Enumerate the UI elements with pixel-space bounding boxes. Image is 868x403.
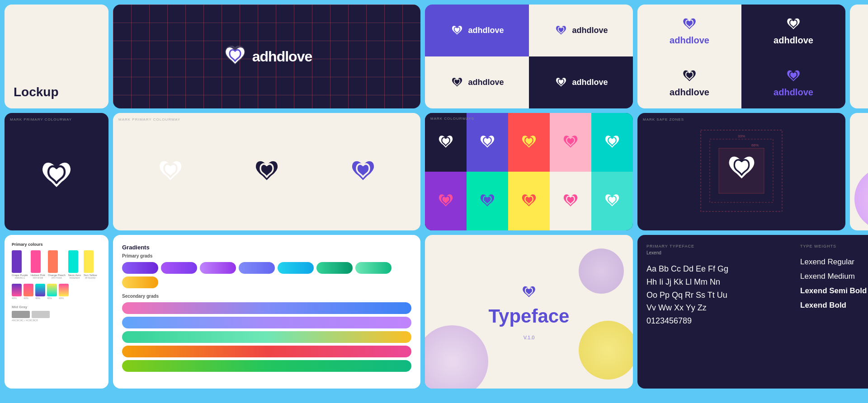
mark-primary-label: Mark Primary colourway — [10, 117, 72, 122]
weight-bold: Lexend Bold — [800, 301, 868, 310]
sec-grad-1 — [122, 302, 411, 314]
typeface-version: V.1.0 — [489, 335, 570, 340]
primary-grad-pills — [122, 262, 411, 288]
logo-mark-purple2 — [784, 67, 802, 85]
card-typeface-display: Typeface V.1.0 — [425, 235, 633, 389]
typeface-right-col: Type weights Lexend Regular Lexend Mediu… — [800, 244, 868, 380]
color-bar-col3: 40% — [35, 284, 45, 300]
typeface-blob-yellow — [579, 321, 633, 380]
color-bar3 — [35, 284, 45, 296]
mark-dark — [436, 132, 456, 152]
swatch-teal: Neon Aero #00E5D4 — [68, 250, 81, 279]
lockup-title: Lockup — [14, 85, 59, 99]
card-logo-variants: adhdlove adhdlove adhdlove ad — [637, 5, 845, 108]
gray-hex: #9C9C9C / #C8C8C8 — [12, 319, 101, 322]
typeface-content: Typeface V.1.0 — [489, 283, 570, 340]
card-colors-list: Primary colours Grape Purple #6B35C1 Hot… — [5, 235, 108, 389]
primary-typeface-name: Lexend — [646, 250, 791, 255]
card-typeface-detail: Primary typeface Lexend Aa Bb Cc Dd Ee F… — [637, 235, 868, 389]
logo-mark-purple — [680, 15, 698, 33]
card-safe-zones: Mark safe zones 33% 66% — [637, 113, 845, 230]
color-bar1 — [12, 284, 22, 296]
color-bar-col4: 40% — [47, 284, 57, 300]
safe-zone-diagram: 33% 66% — [696, 126, 787, 218]
color-bar4 — [47, 284, 57, 296]
typeface-blob-purple — [425, 325, 488, 389]
grad-pill-2 — [161, 262, 197, 274]
type-weights-label: Type weights — [800, 244, 868, 248]
card-mark-3-variants: Mark Primary colourway — [113, 113, 420, 230]
variant-cream-dark: adhdlove — [637, 56, 741, 108]
colorway-cream — [550, 172, 591, 230]
gray-swatches — [12, 311, 101, 318]
swatch-purple-bar — [12, 250, 22, 273]
sec-grad-4 — [122, 346, 411, 357]
sec-grad-5 — [122, 360, 411, 372]
logo-mark-white — [450, 23, 464, 38]
typeface-left-col: Primary typeface Lexend Aa Bb Cc Dd Ee F… — [646, 244, 791, 380]
colorway-cyan — [591, 172, 633, 230]
logo-mark-primary-large — [36, 156, 77, 197]
sec-grad-3 — [122, 331, 411, 343]
mark-pink — [561, 132, 580, 152]
logo-name-purple2: adhdlove — [774, 87, 813, 98]
logo-mark-main — [222, 43, 249, 70]
mark-coral — [519, 132, 539, 152]
swatch-orange-hex: #FF7A5A — [48, 276, 66, 279]
main-grid: Lockup adhdlove — [0, 0, 868, 403]
color-bar5-label: 40% — [59, 297, 69, 300]
logo-mark-cream1 — [155, 156, 186, 187]
card-mark-colorways-grid: Mark colourways — [425, 113, 633, 230]
sec-grad-2 — [122, 317, 411, 328]
logo-grid-dark: adhdlove — [529, 56, 633, 108]
swatch-teal-hex: #00E5D4 — [68, 276, 81, 279]
color-bar1-label: 40% — [12, 297, 22, 300]
alphabet-display: Aa Bb Cc Dd Ee Ff Gg Hh Ii Jj Kk Ll Mm N… — [646, 262, 791, 328]
swatch-pink-bar — [31, 250, 41, 273]
mark-colorways-label: Mark colourways — [430, 117, 474, 121]
weight-regular: Lexend Regular — [800, 258, 868, 267]
color-bar2 — [24, 284, 33, 296]
color-bar-col2: 40% — [24, 284, 33, 300]
logo-mark-dark-top — [554, 23, 568, 38]
variant-cream-purple: adhdlove — [637, 5, 741, 56]
colorway-purple — [467, 113, 508, 172]
logo-text-main: adhdlove — [252, 48, 312, 65]
typeface-blob-light — [579, 248, 624, 294]
gray-swatch1 — [12, 311, 30, 318]
logo-grid-cream-bottom: adhdlove — [425, 56, 529, 108]
logo-inline-dark-bottom: adhdlove — [450, 75, 504, 90]
card-logo-grid: adhdlove adhdlove adhdlo — [425, 5, 633, 108]
color-bar-col1: 40% — [12, 284, 22, 300]
mark-green — [477, 191, 497, 211]
colorway-dark — [425, 113, 467, 172]
grad-pill-4 — [239, 262, 275, 274]
logo-inline-white: adhdlove — [450, 23, 504, 38]
color-bar3-label: 40% — [35, 297, 45, 300]
swatch-orange: Orange Peach #FF7A5A — [48, 250, 66, 279]
mark-cream-cw — [561, 191, 580, 211]
mid-gray-label: Mid Gray — [12, 305, 101, 309]
main-logo-lockup: adhdlove — [222, 43, 312, 70]
logo-inline-white-dark: adhdlove — [554, 75, 608, 90]
mark-violet — [436, 191, 456, 211]
swatch-purple: Grape Purple #6B35C1 — [12, 250, 28, 279]
swatch-pink: Hottest Pink #FF4F9B — [31, 250, 45, 279]
logo-name-white: adhdlove — [774, 35, 813, 46]
logo-text-white-dark: adhdlove — [572, 78, 608, 87]
logo-text-dark-bottom: adhdlove — [468, 78, 504, 87]
logo-mark-dark2 — [680, 67, 698, 85]
typeface-title: Typeface — [489, 307, 570, 326]
variant-dark-white: adhdlove — [741, 5, 845, 56]
typeface-logo-mark — [520, 283, 538, 301]
gradients-title: Gradients — [122, 244, 411, 251]
grad-pill-1 — [122, 262, 158, 274]
card-logo-main: adhdlove — [113, 5, 420, 108]
mark-teal — [602, 132, 622, 152]
logo-name-dark: adhdlove — [670, 87, 709, 98]
mark-cyan — [602, 191, 622, 211]
typeface-detail-grid: Primary typeface Lexend Aa Bb Cc Dd Ee F… — [646, 244, 868, 380]
logo-name-purple: adhdlove — [670, 35, 709, 46]
weight-medium: Lexend Medium — [800, 272, 868, 281]
mark-yellow — [519, 191, 539, 211]
